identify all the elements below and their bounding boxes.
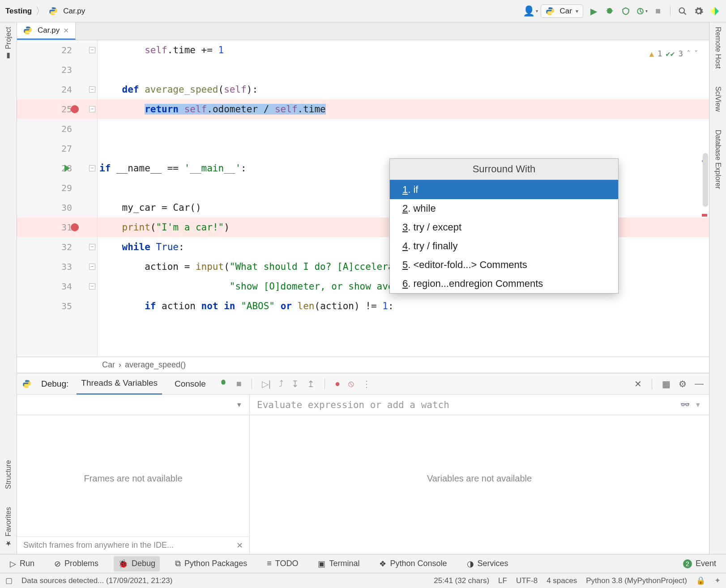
status-msg[interactable]: Data sources detected... (17/09/2021, 21… [21,576,172,585]
todo-tool-button[interactable]: ≡TODO [262,556,303,571]
popup-item-try-finally[interactable]: 4. try / finally [390,237,618,256]
view-breakpoints-icon[interactable]: ● [335,379,340,389]
file-tab-car[interactable]: Car.py ✕ [17,22,76,40]
svg-point-3 [679,8,685,13]
step-into-icon: ↧ [291,379,299,389]
debug-icon[interactable] [218,378,228,390]
python-packages-tool-button[interactable]: ⧉Python Packages [171,556,252,571]
breakpoint-icon[interactable] [71,105,79,113]
search-icon[interactable] [677,5,688,17]
close-hint-icon[interactable]: ✕ [236,541,243,550]
close-tab-icon[interactable]: ✕ [63,26,69,35]
run-tool-button[interactable]: ▷Run [5,556,39,571]
chevron-down-icon[interactable]: ▾ [696,400,700,409]
settings-icon[interactable]: ⚙ [679,379,687,389]
debug-button[interactable] [604,5,615,17]
structure-tool-button[interactable]: Structure [4,460,13,489]
inspection-widget[interactable]: ▲1 ✔✔3 ˄ ˅ [649,44,698,64]
step-out-icon: ↥ [307,379,315,389]
fold-icon[interactable]: − [89,244,95,250]
popup-item-while[interactable]: 2. while [390,199,618,218]
python-console-tool-button[interactable]: ❖Python Console [375,556,451,571]
settings-icon[interactable] [693,5,705,17]
gutter[interactable]: 22− 23 24− 25− 26 27 28− 29 30 31 32− 33… [17,40,98,357]
tab-console[interactable]: Console [170,374,210,394]
current-file[interactable]: Car.py [63,7,85,16]
resume-icon: ▷| [262,379,271,389]
services-icon: ◑ [467,559,474,569]
user-icon[interactable]: 👤▾ [525,5,536,17]
indent-setting[interactable]: 4 spaces [547,576,577,585]
checkmark-icon: ✔✔ [666,44,675,64]
jetbrains-icon[interactable] [709,5,721,17]
cursor-position[interactable]: 25:41 (32 chars) [434,576,489,585]
event-log-button[interactable]: 2 Event [679,556,721,571]
debug-panel: Debug: Threads & Variables Console ■ ▷| … [17,373,709,554]
glasses-icon[interactable]: 👓 [680,400,690,409]
popup-item-editor-fold[interactable]: 5. <editor-fold...> Comments [390,256,618,274]
star-icon: ★ [4,539,13,548]
frames-pane: Frames are not available Switch frames f… [17,415,250,554]
problems-tool-button[interactable]: ⊘Problems [50,556,103,571]
project-tool-button[interactable]: ▮ Project [4,27,13,60]
line-separator[interactable]: LF [498,576,507,585]
event-badge: 2 [683,559,692,568]
tab-threads-variables[interactable]: Threads & Variables [77,373,162,395]
fold-icon[interactable]: − [89,86,95,93]
terminal-icon: ▣ [318,559,325,569]
python-interpreter[interactable]: Python 3.8 (MyPythonProject) [586,576,687,585]
fold-icon[interactable]: − [89,264,95,270]
chevron-right-icon: › [119,360,121,370]
more-icon[interactable]: ⋮ [362,379,371,389]
svg-point-0 [51,8,52,9]
navigation-bar[interactable]: Car › average_speed() [17,357,709,373]
fold-icon[interactable]: − [89,283,95,290]
vars-empty-msg: Variables are not available [250,473,709,484]
svg-point-1 [54,13,55,14]
evaluate-expression-input[interactable]: Evaluate expression or add a watch [250,400,680,410]
fold-icon[interactable]: − [89,106,95,112]
remote-host-tool[interactable]: Remote Host [714,27,722,68]
debug-tool-button[interactable]: 🐞Debug [114,556,160,571]
indicator-icon[interactable]: ✦ [714,576,721,585]
profile-button[interactable]: ▾ [636,5,648,17]
sciview-tool[interactable]: SciView [714,86,722,112]
run-gutter-icon[interactable] [64,165,70,172]
list-icon: ≡ [267,559,272,568]
chevron-up-icon[interactable]: ˄ [687,44,691,64]
favorites-tool-button[interactable]: ★ Favorites [4,507,13,548]
folder-icon: ▮ [4,52,13,60]
file-encoding[interactable]: UTF-8 [516,576,538,585]
close-icon[interactable]: ✕ [634,379,642,389]
lock-icon[interactable]: 🔒 [696,576,705,585]
database-tool[interactable]: Database Explorer [714,130,722,189]
fold-icon[interactable]: − [89,47,95,53]
frames-dropdown[interactable]: ▾ [17,395,250,415]
popup-item-try-except[interactable]: 3. try / except [390,218,618,237]
editor[interactable]: 22− 23 24− 25− 26 27 28− 29 30 31 32− 33… [17,40,709,357]
run-config-selector[interactable]: Car ▾ [541,4,583,18]
minimize-icon[interactable]: — [695,379,704,389]
hint-text: Switch frames from anywhere in the IDE..… [23,541,174,550]
project-name[interactable]: Testing [5,7,32,16]
editor-scrollbar[interactable] [701,40,708,357]
python-icon: ❖ [379,559,386,569]
mute-breakpoints-icon[interactable]: ⦸ [348,379,354,389]
tool-windows-icon[interactable]: ▢ [5,576,13,585]
python-file-icon [22,379,31,388]
layout-icon[interactable]: ▦ [662,379,670,389]
run-button[interactable]: ▶ [588,5,599,17]
toolbar-separator [670,6,670,17]
package-icon: ⧉ [175,559,181,568]
services-tool-button[interactable]: ◑Services [462,556,513,571]
file-tabs: Car.py ✕ [17,22,709,40]
terminal-tool-button[interactable]: ▣Terminal [313,556,364,571]
scrollbar-thumb[interactable] [703,153,708,207]
popup-item-region[interactable]: 6. region...endregion Comments [390,274,618,293]
fold-icon[interactable]: − [89,165,95,171]
breakpoint-icon[interactable] [71,223,79,231]
coverage-button[interactable] [620,5,632,17]
bottom-tool-strip: ▷Run ⊘Problems 🐞Debug ⧉Python Packages ≡… [0,554,726,573]
popup-item-if[interactable]: 1. if [390,180,618,199]
chevron-down-icon[interactable]: ˅ [694,44,698,64]
